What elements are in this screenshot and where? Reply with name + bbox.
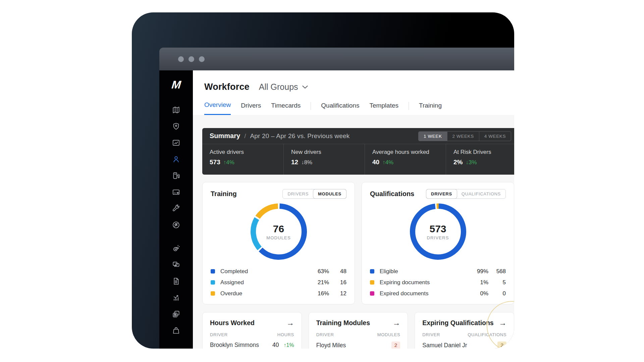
summary-stats: Active drivers573↑4%New drivers12↓8%Aver…: [202, 144, 514, 175]
sidebar-item-dispatch-icon[interactable]: [172, 138, 181, 147]
sidebar-item-document-icon[interactable]: [172, 277, 181, 286]
tab-templates[interactable]: Templates: [369, 102, 398, 115]
window-control-dot-icon[interactable]: [178, 56, 184, 62]
stat-value: 12: [291, 159, 298, 166]
range-option-1-week[interactable]: 1 WEEK: [419, 132, 447, 141]
sidebar-item-person-icon[interactable]: [172, 155, 181, 164]
legend-count: 48: [329, 268, 346, 275]
window-titlebar: [159, 48, 514, 70]
sidebar-item-fuel-icon[interactable]: [172, 171, 181, 180]
column-header: DRIVER: [316, 332, 334, 337]
sidebar-item-map-icon[interactable]: [172, 106, 181, 114]
range-option-4-weeks[interactable]: 4 WEEKS: [479, 132, 511, 141]
bottom-cards-row: Hours Worked→DRIVERHOURSBrooklyn Simmons…: [202, 312, 514, 349]
qualifications-toggle-qualifications[interactable]: QUALIFICATIONS: [457, 189, 505, 198]
legend-percent: 0%: [462, 290, 488, 297]
table-row[interactable]: Floyd Miles2: [316, 342, 400, 349]
arrow-right-icon[interactable]: →: [392, 319, 400, 327]
legend-label: Expiring documents: [380, 279, 462, 286]
sidebar-item-chart-icon[interactable]: [172, 293, 181, 302]
tab-drivers[interactable]: Drivers: [241, 102, 261, 115]
qualifications-card-title: Qualifications: [370, 190, 414, 198]
page-header: Workforce All Groups OverviewDriversTime…: [193, 70, 514, 115]
stat-label: Active drivers: [210, 149, 283, 156]
summary-title: Summary: [210, 132, 240, 140]
qualifications-toggle: DRIVERSQUALIFICATIONS: [426, 189, 506, 199]
training-modules-title: Training Modules: [316, 319, 370, 327]
driver-name: Floyd Miles: [316, 342, 346, 349]
training-toggle-drivers[interactable]: DRIVERS: [283, 189, 313, 198]
hero-background: M Workforce All Groups OverviewDriversTi…: [132, 12, 514, 349]
column-header: DRIVER: [210, 332, 228, 337]
stat-label: New drivers: [291, 149, 365, 156]
sidebar-item-card-icon[interactable]: [172, 188, 181, 196]
legend-percent: 99%: [462, 268, 488, 275]
legend-percent: 63%: [302, 268, 329, 275]
tab-overview[interactable]: Overview: [204, 101, 231, 115]
main-content: Workforce All Groups OverviewDriversTime…: [193, 70, 514, 349]
tab-bar: OverviewDriversTimecardsQualificationsTe…: [204, 101, 514, 115]
qualifications-toggle-drivers[interactable]: DRIVERS: [426, 189, 457, 198]
sidebar-item-messages-icon[interactable]: [172, 260, 181, 269]
sidebar-item-wrench-icon[interactable]: [172, 204, 181, 213]
training-center-value: 76: [273, 223, 284, 235]
driver-name: Brooklyn Simmons: [210, 342, 259, 349]
qualifications-card: Qualifications DRIVERSQUALIFICATIONS 573…: [362, 182, 514, 304]
stat-label: At Risk Drivers: [453, 149, 514, 156]
legend-count: 0: [488, 290, 506, 297]
stat-value: 2%: [453, 159, 463, 166]
tab-timecards[interactable]: Timecards: [271, 102, 301, 115]
table-row[interactable]: Brooklyn Simmons40↑1%: [210, 342, 294, 349]
legend-row-expiring-documents: Expiring documents1%5: [370, 277, 506, 288]
count-badge: 2: [497, 342, 506, 349]
legend-label: Assigned: [220, 279, 302, 286]
arrow-right-icon[interactable]: →: [286, 319, 294, 327]
legend-count: 5: [488, 279, 506, 286]
week-range-toggle: 1 WEEK2 WEEKS4 WEEKS: [418, 131, 511, 141]
legend-count: 12: [329, 290, 346, 297]
training-card: Training DRIVERSMODULES 76 MODULES Compl…: [202, 182, 355, 304]
legend-label: Expired documents: [380, 290, 462, 297]
row-delta: ↑1%: [284, 342, 294, 348]
stat-average-hours-worked: Average hours worked40↑4%: [365, 144, 446, 175]
legend-row-overdue: Overdue16%12: [211, 288, 346, 299]
column-header: HOURS: [277, 332, 294, 337]
count-badge: 2: [391, 342, 400, 349]
row-value: 40: [272, 342, 279, 349]
summary-date-range: Apr 20 – Apr 26 vs. Previous week: [250, 132, 350, 140]
tab-training[interactable]: Training: [419, 102, 442, 115]
window-control-dot-icon[interactable]: [199, 56, 205, 62]
legend-swatch-icon: [211, 280, 215, 285]
dashboard-body: Summary / Apr 20 – Apr 26 vs. Previous w…: [193, 115, 514, 349]
sidebar-item-devices-icon[interactable]: [172, 310, 181, 318]
summary-panel: Summary / Apr 20 – Apr 26 vs. Previous w…: [202, 128, 514, 175]
qualifications-legend: Eligible99%568Expiring documents1%5Expir…: [370, 266, 506, 299]
motive-logo-icon[interactable]: M: [171, 78, 181, 90]
sidebar-item-compass-icon[interactable]: [172, 221, 181, 229]
window-control-dot-icon[interactable]: [189, 56, 194, 62]
stat-value: 40: [372, 159, 379, 166]
legend-label: Eligible: [380, 268, 462, 275]
legend-swatch-icon: [370, 291, 374, 296]
tab-qualifications[interactable]: Qualifications: [321, 102, 359, 115]
table-row[interactable]: Samuel Daniel Jr2: [422, 342, 506, 349]
sidebar-item-whistle-icon[interactable]: [172, 244, 181, 253]
expiring-qualifications-card: Expiring Qualifications→DRIVERQUALIFICAT…: [415, 312, 514, 349]
legend-percent: 16%: [302, 290, 329, 297]
training-donut-chart: 76 MODULES: [250, 203, 308, 260]
range-option-2-weeks[interactable]: 2 WEEKS: [447, 132, 479, 141]
training-toggle-modules[interactable]: MODULES: [313, 189, 346, 198]
legend-swatch-icon: [211, 269, 215, 274]
legend-label: Completed: [220, 268, 302, 275]
sidebar-item-bag-icon[interactable]: [172, 326, 181, 335]
legend-swatch-icon: [370, 280, 374, 285]
hours-worked-card: Hours Worked→DRIVERHOURSBrooklyn Simmons…: [202, 312, 302, 349]
sidebar-item-shield-icon[interactable]: [172, 122, 181, 131]
summary-separator: /: [244, 132, 246, 140]
training-legend: Completed63%48Assigned21%16Overdue16%12: [211, 266, 346, 299]
training-center-label: MODULES: [266, 235, 291, 240]
tab-divider: [409, 102, 409, 110]
arrow-right-icon[interactable]: →: [499, 319, 506, 327]
legend-row-expired-documents: Expired documents0%0: [370, 288, 506, 299]
group-selector[interactable]: All Groups: [259, 82, 308, 92]
